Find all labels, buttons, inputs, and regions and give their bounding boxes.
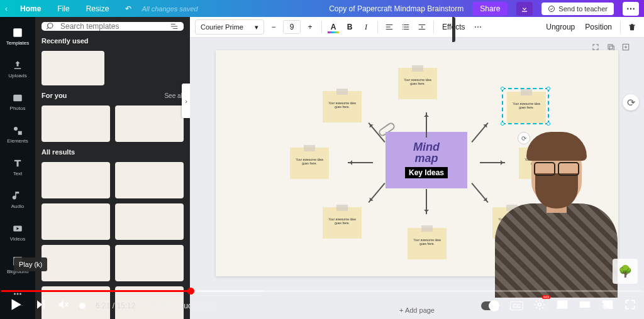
font-color-button[interactable]: A [326,20,340,34]
italic-button[interactable]: I [359,20,373,34]
rail-label: Elements [7,138,28,144]
watermark-badge: 🌳 [613,259,638,284]
template-thumb[interactable] [42,245,110,281]
canva-topbar: ‹ Home File Resize ↶ All changes saved C… [0,0,644,17]
rail-label: Photos [10,105,26,111]
svg-point-0 [549,6,555,11]
rail-audio[interactable]: Audio [0,184,35,215]
download-button[interactable] [516,2,533,16]
panel-collapse-handle[interactable] [452,17,455,42]
svg-point-3 [14,127,18,131]
add-page-icon[interactable] [621,43,630,51]
rail-elements[interactable]: Elements [0,119,35,150]
editor-area: Courier Prime▾ − 9 + A B I Effects ⋯ Ung… [190,17,644,319]
font-size-increase[interactable]: + [303,20,317,34]
section-recent: Recently used [42,37,184,45]
template-thumb[interactable] [115,245,184,281]
template-thumb[interactable] [42,105,110,142]
canvas-viewport[interactable]: Mindmap Key Ideas Your awesome idea goes… [190,38,644,319]
menu-file[interactable]: File [53,2,73,16]
rail-label: Videos [10,236,25,242]
document-title[interactable]: Copy of Papercraft Mindmap Brainstorm [329,4,464,13]
svg-point-7 [14,293,16,295]
mindmap-center[interactable]: Mindmap Key Ideas [386,132,467,188]
bold-button[interactable]: B [343,20,357,34]
align-button[interactable] [382,20,396,34]
template-thumb[interactable] [115,162,184,198]
svg-rect-2 [13,95,22,102]
font-select[interactable]: Courier Prime▾ [195,19,264,35]
sticky-note[interactable]: Your awesome idea goes here. [519,148,558,179]
spacing-button[interactable] [415,20,429,34]
rail-label: Templates [6,40,29,46]
svg-rect-10 [608,45,613,49]
share-button[interactable]: Share [472,2,508,16]
design-page[interactable]: Mindmap Key Ideas Your awesome idea goes… [216,50,618,276]
svg-point-9 [19,293,21,295]
more-tools-button[interactable]: ⋯ [471,20,485,34]
send-to-teacher-label: Send to teacher [558,5,608,13]
rail-templates[interactable]: Templates [0,21,35,52]
template-thumb[interactable] [115,203,184,240]
section-results: All results [42,148,184,156]
rail-photos[interactable]: Photos [0,86,35,117]
section-foryou: For youSee all [42,92,184,99]
rotate-handle[interactable]: ⟳ [518,132,530,144]
list-button[interactable] [399,20,413,34]
rail-uploads[interactable]: Uploads [0,53,35,85]
templates-panel: Recently used For youSee all All results… [35,17,190,319]
search-icon [47,22,55,31]
sticky-note[interactable]: Your awesome idea goes here. [323,207,362,239]
sticky-note[interactable]: Your awesome idea goes here. [398,68,437,99]
more-menu-button[interactable]: ⋯ [623,2,639,16]
rail-label: Audio [11,203,24,209]
svg-rect-4 [18,131,22,135]
templates-scroll-next[interactable]: › [182,84,190,118]
chevron-down-icon: ▾ [255,23,258,31]
font-size-value[interactable]: 9 [283,20,301,34]
rail-text[interactable]: Text [0,151,35,183]
sticky-note[interactable]: Your awesome idea goes here. [290,148,329,179]
search-input[interactable] [60,22,165,31]
template-thumb[interactable] [42,51,104,85]
send-to-teacher-button[interactable]: Send to teacher [541,3,614,15]
rail-label: Uploads [8,73,26,78]
mindmap-subtitle: Key Ideas [405,167,448,178]
svg-point-8 [17,293,19,295]
rail-label: Mo... [12,301,23,307]
back-chevron-icon[interactable]: ‹ [5,4,8,13]
undo-icon[interactable]: ↶ [121,2,135,16]
template-thumb[interactable] [115,286,184,319]
sticky-note[interactable]: Your awesome idea goes here. [408,228,447,259]
delete-button[interactable] [625,20,639,34]
play-tooltip: Play (k) [14,257,47,271]
rail-label: Text [13,171,23,176]
save-status: All changes saved [142,5,197,13]
see-all-link[interactable]: See all [164,92,184,99]
template-thumb[interactable] [42,203,110,240]
menu-resize[interactable]: Resize [82,2,113,16]
regenerate-button[interactable]: ⟳ [623,94,639,111]
position-button[interactable]: Position [581,20,616,34]
template-thumb[interactable] [115,105,184,142]
sticky-note[interactable]: Your awesome idea goes here. [323,91,362,122]
svg-rect-1 [13,28,22,37]
menu-home[interactable]: Home [16,2,45,16]
add-page-button[interactable]: + Add page [399,306,435,314]
search-templates[interactable] [42,22,184,31]
rail-more[interactable]: Mo... [0,282,35,313]
ungroup-button[interactable]: Ungroup [542,20,579,34]
rail-videos[interactable]: Videos [0,217,35,248]
sticky-note[interactable]: Your awesome idea goes here. [507,92,546,123]
filter-icon[interactable] [170,22,179,31]
text-toolbar: Courier Prime▾ − 9 + A B I Effects ⋯ Ung… [190,17,644,38]
side-rail: Templates Uploads Photos Elements Text A… [0,17,35,319]
font-size-decrease[interactable]: − [267,20,280,34]
template-thumb[interactable] [42,162,110,198]
template-thumb[interactable] [42,286,110,319]
sticky-note[interactable]: Your awesome idea goes here. [492,207,531,239]
selected-element[interactable]: Your awesome idea goes here. [502,88,549,124]
